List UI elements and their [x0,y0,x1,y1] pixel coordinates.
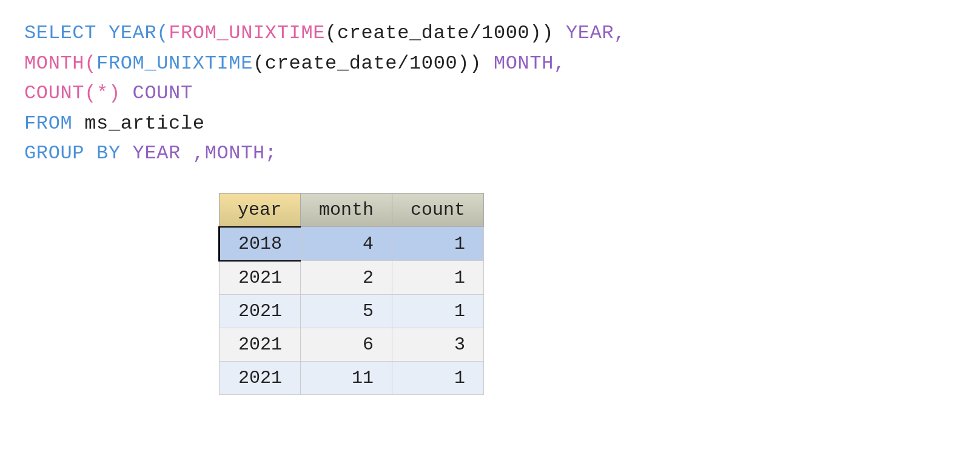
keyword-from: FROM [24,112,72,135]
col-header-year: year [220,193,301,227]
table-row[interactable]: 202151 [220,294,484,328]
cell-month: 6 [301,328,392,361]
table-row[interactable]: 202163 [220,328,484,361]
keyword-select: SELECT [24,22,96,44]
cell-year: 2021 [220,261,301,295]
cell-year: 2021 [220,294,301,328]
func-month: MONTH( [24,52,96,75]
keyword-group-by: GROUP BY [24,142,121,164]
code-line-1: SELECT YEAR(FROM_UNIXTIME(create_date/10… [24,18,956,49]
cell-year: 2018 [220,227,301,261]
code-line-4: FROM ms_article [24,109,956,139]
arg-2: (create_date/1000)) [253,52,482,75]
alias-year: YEAR, [566,22,626,44]
alias-count: COUNT [133,82,193,104]
keyword-year-func: YEAR( [109,22,169,44]
table-row[interactable]: 202121 [220,261,484,295]
code-line-5: GROUP BY YEAR ,MONTH; [24,138,956,169]
cell-count: 1 [392,261,484,295]
col-header-month: month [301,193,392,227]
cell-month: 2 [301,261,392,295]
cell-count: 1 [392,227,484,261]
func-count: COUNT(*) [24,82,121,104]
code-line-3: COUNT(*) COUNT [24,78,956,109]
cell-count: 3 [392,328,484,361]
code-block: SELECT YEAR(FROM_UNIXTIME(create_date/10… [24,18,956,169]
code-line-2: MONTH(FROM_UNIXTIME(create_date/1000)) M… [24,49,956,79]
cell-year: 2021 [220,361,301,394]
table-row[interactable]: 2021111 [220,361,484,394]
group-by-cols: YEAR ,MONTH; [133,142,277,164]
cell-month: 5 [301,294,392,328]
func-from-unixtime-2: FROM_UNIXTIME [96,52,253,75]
cell-year: 2021 [220,328,301,361]
func-from-unixtime-1: FROM_UNIXTIME [169,22,325,44]
col-header-count: count [392,193,484,227]
cell-month: 11 [301,361,392,394]
result-table: year month count 20184120212120215120216… [218,193,484,395]
table-row[interactable]: 201841 [220,227,484,261]
table-name: ms_article [84,112,204,135]
cell-month: 4 [301,227,392,261]
table-header-row: year month count [220,193,484,227]
result-table-wrapper: year month count 20184120212120215120216… [218,193,484,395]
alias-month: MONTH, [494,52,566,75]
cell-count: 1 [392,294,484,328]
arg-1: (create_date/1000)) [325,22,554,44]
cell-count: 1 [392,361,484,394]
